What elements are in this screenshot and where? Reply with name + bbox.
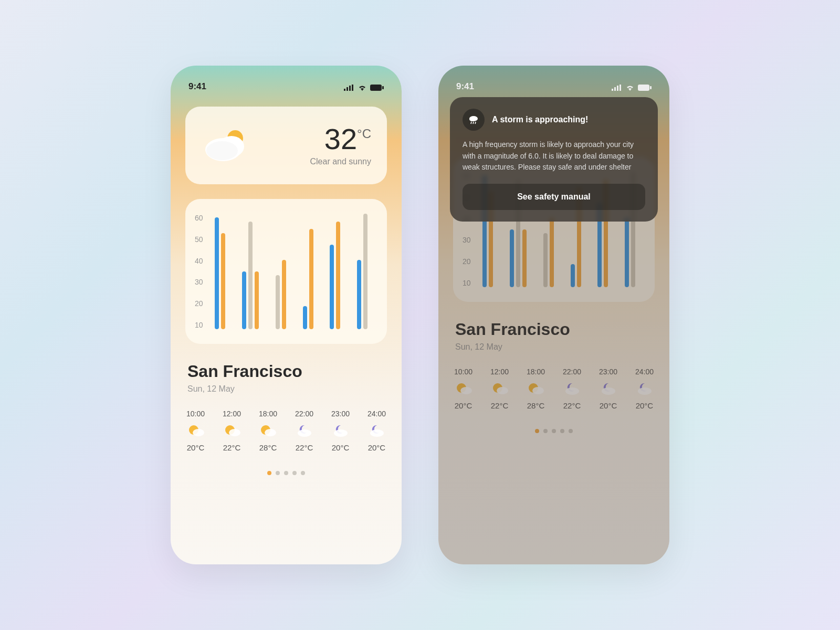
svg-point-31 (460, 387, 472, 394)
y-tick: 50 (195, 235, 203, 244)
bar-blue (242, 271, 246, 329)
svg-line-27 (471, 122, 471, 124)
hour-item[interactable]: 10:0020°C (454, 368, 472, 410)
hourly-forecast[interactable]: 10:0020°C12:0022°C18:0028°C22:0022°C23:0… (454, 368, 654, 410)
bar-blue (330, 245, 334, 329)
partly-cloudy-icon (201, 124, 254, 166)
svg-rect-23 (638, 85, 649, 91)
location-block: San Francisco Sun, 12 May (455, 320, 653, 352)
hour-item[interactable]: 12:0022°C (490, 368, 509, 410)
sun-cloud-icon (259, 423, 277, 438)
svg-rect-19 (612, 89, 613, 91)
page-dot[interactable] (535, 429, 539, 433)
svg-rect-2 (349, 86, 351, 91)
hour-item[interactable]: 10:0020°C (186, 410, 205, 452)
moon-cloud-icon (635, 381, 653, 396)
svg-point-17 (334, 429, 348, 437)
hour-time: 18:00 (527, 368, 545, 376)
hour-item[interactable]: 22:0022°C (295, 410, 313, 452)
svg-point-38 (638, 387, 652, 395)
alert-body: A high frequency storm is likely to appr… (463, 139, 645, 173)
svg-point-37 (602, 387, 615, 395)
sun-cloud-icon (455, 381, 472, 396)
hour-item[interactable]: 18:0028°C (259, 410, 277, 452)
hour-item[interactable]: 18:0028°C (527, 368, 545, 410)
hour-temp: 20°C (636, 401, 654, 410)
page-dot[interactable] (292, 471, 297, 475)
bar-orange (221, 233, 225, 329)
moon-cloud-icon (599, 381, 617, 396)
hour-item[interactable]: 23:0020°C (599, 368, 617, 410)
hour-item[interactable]: 12:0022°C (223, 410, 241, 452)
hour-temp: 20°C (187, 443, 205, 452)
svg-rect-22 (620, 85, 621, 91)
hour-temp: 22°C (223, 443, 241, 452)
svg-line-29 (475, 122, 476, 124)
bar-gray (248, 222, 253, 329)
status-bar: 9:41 (438, 80, 669, 93)
hour-time: 10:00 (186, 410, 205, 418)
y-tick: 10 (463, 279, 471, 287)
hour-temp: 20°C (332, 443, 350, 452)
hour-item[interactable]: 24:0020°C (635, 368, 654, 410)
alert-header: A storm is approaching! (463, 109, 645, 131)
sun-cloud-icon (491, 381, 509, 396)
hour-item[interactable]: 23:0020°C (331, 410, 350, 452)
svg-point-13 (229, 429, 240, 436)
bar-blue (303, 306, 307, 329)
page-dot[interactable] (267, 471, 271, 475)
bar-gray (276, 275, 280, 329)
location-block: San Francisco Sun, 12 May (187, 362, 385, 394)
svg-rect-21 (617, 86, 618, 91)
bar-group (303, 214, 313, 329)
hour-temp: 22°C (296, 443, 313, 452)
chart-y-axis: 605040302010 (195, 214, 208, 329)
status-time: 9:41 (456, 81, 474, 92)
forecast-chart-card[interactable]: 605040302010 (185, 199, 387, 344)
hour-item[interactable]: 22:0022°C (563, 368, 581, 410)
bar-gray (363, 214, 368, 329)
moon-cloud-icon (331, 423, 349, 438)
see-safety-manual-button[interactable]: See safety manual (463, 184, 645, 210)
hour-time: 12:00 (490, 368, 509, 376)
page-dot[interactable] (301, 471, 305, 475)
moon-cloud-icon (563, 381, 581, 396)
page-dot[interactable] (552, 429, 556, 433)
hour-temp: 22°C (563, 401, 581, 410)
moon-cloud-icon (368, 423, 385, 438)
page-dot[interactable] (276, 471, 280, 475)
page-dot[interactable] (569, 429, 573, 433)
svg-point-26 (469, 117, 475, 121)
page-dot[interactable] (284, 471, 288, 475)
hour-time: 22:00 (295, 410, 313, 418)
phone-screen-alert: 9:41 A storm is approaching! A high freq… (438, 66, 669, 564)
hour-time: 10:00 (454, 368, 472, 376)
svg-point-18 (370, 429, 384, 437)
hour-item[interactable]: 24:0020°C (368, 410, 386, 452)
svg-point-35 (532, 387, 544, 394)
storm-cloud-icon (463, 109, 485, 131)
page-dot[interactable] (560, 429, 564, 433)
page-dots[interactable] (438, 429, 669, 433)
hourly-forecast[interactable]: 10:0020°C12:0022°C18:0028°C22:0022°C23:0… (186, 410, 386, 452)
y-tick: 20 (463, 257, 471, 266)
hour-time: 24:00 (635, 368, 654, 376)
svg-point-9 (206, 141, 238, 160)
wifi-icon (358, 83, 367, 90)
page-dots[interactable] (171, 471, 402, 475)
chart-bars (208, 214, 374, 329)
battery-icon (370, 83, 384, 90)
bar-group (215, 214, 225, 329)
svg-point-33 (497, 387, 508, 394)
page-dot[interactable] (543, 429, 548, 433)
bar-orange (255, 271, 259, 329)
y-tick: 30 (463, 236, 471, 244)
hour-temp: 20°C (368, 443, 386, 452)
storm-alert-card[interactable]: A storm is approaching! A high frequency… (450, 97, 658, 222)
current-weather-card[interactable]: 32 °C Clear and sunny (185, 107, 387, 184)
hour-time: 24:00 (368, 410, 386, 418)
bar-blue (571, 264, 575, 287)
bar-group (276, 214, 286, 329)
bar-blue (510, 229, 514, 287)
cellular-icon (344, 83, 354, 90)
